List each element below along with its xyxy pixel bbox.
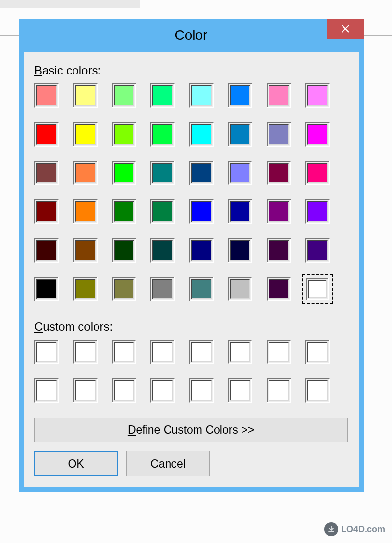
basic-color-swatch[interactable]: [228, 83, 252, 108]
custom-color-swatch[interactable]: [189, 340, 214, 364]
basic-color-swatch[interactable]: [228, 238, 252, 263]
basic-color-swatch[interactable]: [189, 122, 214, 147]
basic-color-swatch[interactable]: [34, 122, 59, 147]
close-button[interactable]: [327, 19, 364, 39]
background-toolbar: [0, 0, 140, 8]
basic-color-swatch[interactable]: [34, 199, 59, 224]
basic-color-swatch[interactable]: [228, 122, 252, 147]
basic-color-swatch[interactable]: [112, 122, 136, 147]
custom-color-swatch[interactable]: [112, 340, 136, 364]
basic-color-swatch[interactable]: [305, 199, 330, 224]
basic-color-swatch[interactable]: [267, 238, 291, 263]
custom-color-swatch[interactable]: [267, 378, 291, 403]
basic-color-swatch[interactable]: [34, 238, 59, 263]
basic-color-swatch[interactable]: [73, 277, 98, 301]
basic-color-swatch[interactable]: [150, 199, 175, 224]
cancel-button[interactable]: Cancel: [126, 451, 210, 476]
watermark-icon: [324, 522, 338, 536]
dialog-body: Basic colors: Custom colors: Define Cust…: [24, 52, 359, 487]
basic-color-swatch[interactable]: [267, 277, 291, 301]
basic-color-swatch[interactable]: [112, 161, 136, 185]
custom-color-swatch[interactable]: [150, 340, 175, 364]
custom-color-swatch[interactable]: [305, 378, 330, 403]
custom-color-swatch[interactable]: [73, 378, 98, 403]
basic-color-swatch[interactable]: [112, 238, 136, 263]
watermark-text: LO4D.com: [341, 524, 385, 535]
basic-color-swatch[interactable]: [150, 161, 175, 185]
custom-color-swatch[interactable]: [267, 340, 291, 364]
basic-color-swatch[interactable]: [305, 238, 330, 263]
custom-color-swatch[interactable]: [228, 378, 252, 403]
basic-colors-grid: [34, 83, 348, 301]
basic-color-swatch[interactable]: [305, 161, 330, 185]
custom-color-swatch[interactable]: [305, 340, 330, 364]
basic-color-swatch[interactable]: [150, 122, 175, 147]
basic-color-swatch[interactable]: [73, 83, 98, 108]
basic-color-swatch[interactable]: [73, 199, 98, 224]
basic-color-swatch[interactable]: [189, 83, 214, 108]
basic-color-swatch[interactable]: [228, 277, 252, 301]
basic-color-swatch[interactable]: [267, 122, 291, 147]
custom-color-swatch[interactable]: [189, 378, 214, 403]
custom-color-swatch[interactable]: [34, 378, 59, 403]
basic-color-swatch[interactable]: [34, 83, 59, 108]
color-dialog: Color Basic colors: Custom colors: Defin…: [19, 19, 364, 492]
basic-colors-label: Basic colors:: [34, 64, 348, 77]
custom-colors-grid: [34, 340, 348, 403]
basic-color-swatch[interactable]: [228, 199, 252, 224]
basic-color-swatch[interactable]: [73, 161, 98, 185]
custom-color-swatch[interactable]: [73, 340, 98, 364]
basic-color-swatch[interactable]: [73, 122, 98, 147]
basic-color-swatch[interactable]: [112, 277, 136, 301]
basic-color-swatch[interactable]: [267, 83, 291, 108]
basic-color-swatch[interactable]: [305, 122, 330, 147]
custom-color-swatch[interactable]: [150, 378, 175, 403]
basic-color-swatch[interactable]: [150, 238, 175, 263]
basic-color-swatch[interactable]: [305, 83, 330, 108]
basic-color-swatch[interactable]: [267, 161, 291, 185]
basic-color-swatch[interactable]: [150, 277, 175, 301]
custom-colors-label: Custom colors:: [34, 320, 348, 334]
dialog-title: Color: [175, 27, 208, 43]
define-custom-colors-button[interactable]: Define Custom Colors >>: [34, 418, 348, 442]
basic-color-swatch[interactable]: [189, 238, 214, 263]
watermark: LO4D.com: [324, 522, 385, 536]
basic-color-swatch[interactable]: [305, 277, 330, 301]
ok-button[interactable]: OK: [34, 451, 118, 476]
titlebar[interactable]: Color: [19, 19, 364, 52]
close-icon: [341, 24, 350, 34]
basic-color-swatch[interactable]: [112, 83, 136, 108]
basic-color-swatch[interactable]: [267, 199, 291, 224]
basic-color-swatch[interactable]: [189, 161, 214, 185]
basic-color-swatch[interactable]: [34, 161, 59, 185]
basic-color-swatch[interactable]: [34, 277, 59, 301]
custom-color-swatch[interactable]: [112, 378, 136, 403]
dialog-buttons: OK Cancel: [34, 451, 348, 476]
basic-color-swatch[interactable]: [73, 238, 98, 263]
basic-color-swatch[interactable]: [189, 277, 214, 301]
custom-color-swatch[interactable]: [228, 340, 252, 364]
basic-color-swatch[interactable]: [189, 199, 214, 224]
basic-color-swatch[interactable]: [150, 83, 175, 108]
basic-color-swatch[interactable]: [228, 161, 252, 185]
basic-color-swatch[interactable]: [112, 199, 136, 224]
custom-color-swatch[interactable]: [34, 340, 59, 364]
